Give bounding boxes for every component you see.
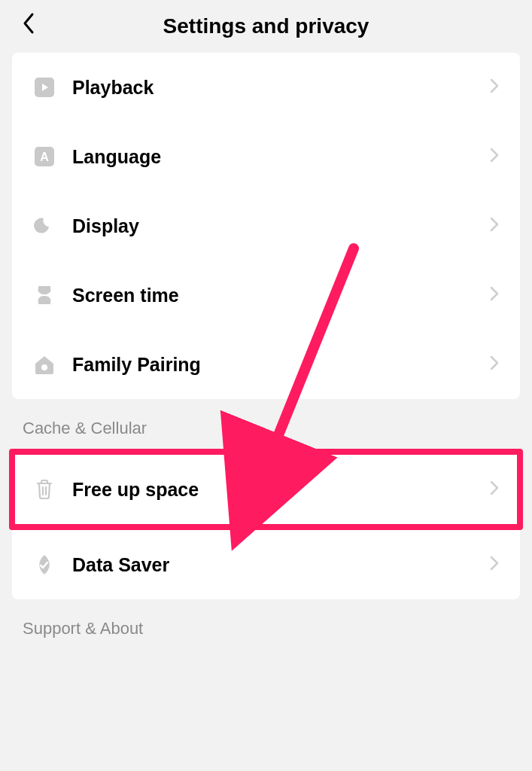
support-about-header: Support & About [0, 599, 532, 652]
chevron-right-icon [490, 285, 499, 306]
chevron-right-icon [490, 354, 499, 375]
back-button[interactable] [21, 11, 36, 41]
svg-point-3 [41, 364, 47, 370]
header: Settings and privacy [0, 0, 532, 53]
language-label: Language [72, 146, 490, 168]
language-icon: A [33, 145, 56, 168]
language-item[interactable]: A Language [12, 122, 520, 191]
trash-icon [33, 478, 56, 501]
chevron-right-icon [490, 479, 499, 500]
display-item[interactable]: Display [12, 191, 520, 261]
data-saver-icon [33, 553, 56, 576]
cache-cellular-header: Cache & Cellular [0, 399, 532, 452]
display-label: Display [72, 215, 490, 237]
hourglass-icon [33, 284, 56, 306]
cache-cellular-section: Free up space Data Saver [12, 449, 520, 599]
chevron-right-icon [490, 215, 499, 236]
settings-section-1: Playback A Language Display Screen time [12, 53, 520, 399]
svg-text:A: A [40, 151, 49, 163]
family-pairing-item[interactable]: Family Pairing [12, 330, 520, 399]
home-icon [33, 353, 56, 376]
data-saver-label: Data Saver [72, 554, 490, 576]
free-up-space-item[interactable]: Free up space [9, 449, 523, 530]
playback-item[interactable]: Playback [12, 53, 520, 122]
chevron-right-icon [490, 77, 499, 98]
chevron-right-icon [490, 554, 499, 575]
back-icon [21, 11, 36, 35]
data-saver-item[interactable]: Data Saver [12, 530, 520, 599]
playback-icon [33, 76, 56, 99]
free-up-space-label: Free up space [72, 479, 490, 501]
display-icon [33, 215, 56, 237]
screen-time-item[interactable]: Screen time [12, 261, 520, 330]
page-title: Settings and privacy [15, 14, 517, 38]
playback-label: Playback [72, 77, 490, 99]
chevron-right-icon [490, 146, 499, 167]
family-pairing-label: Family Pairing [72, 354, 490, 376]
screen-time-label: Screen time [72, 285, 490, 306]
